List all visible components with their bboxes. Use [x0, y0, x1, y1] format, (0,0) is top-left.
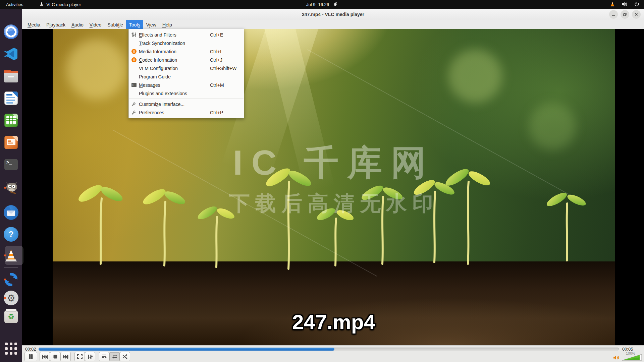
menu-item-program-guide[interactable]: Program Guide — [129, 72, 244, 81]
seek-bar[interactable] — [39, 348, 619, 351]
menu-item-plugins-and-extensions[interactable]: Plugins and extensions — [129, 89, 244, 98]
menu-playback[interactable]: Playback — [43, 20, 68, 29]
watermark-logo: IC 千库网 — [53, 140, 615, 187]
playlist-button[interactable] — [99, 352, 109, 361]
volume-status-icon[interactable] — [622, 2, 628, 8]
menu-item-customize-interface[interactable]: Customize Interface... — [129, 100, 244, 108]
extended-settings-button[interactable] — [85, 352, 95, 361]
menu-tools[interactable]: Tools — [126, 20, 143, 29]
menu-media[interactable]: Media — [24, 20, 43, 29]
vlc-tray-icon[interactable] — [610, 2, 615, 8]
video-area[interactable]: IC 千库网 下载后高清无水印 247.mp4 — [22, 29, 644, 345]
menu-audio[interactable]: Audio — [68, 20, 87, 29]
menu-item-vlm-configuration[interactable]: VLM Configuration Ctrl+Shift+W — [129, 64, 244, 72]
dock-gimp-icon[interactable] — [3, 180, 19, 196]
menu-help[interactable]: Help — [159, 20, 175, 29]
gnome-top-bar: Activities VLC media player Jul 9 16:26 — [0, 0, 644, 9]
app-grid-icon — [5, 343, 17, 355]
total-time: 00:05 — [622, 347, 633, 352]
pause-button[interactable] — [24, 352, 37, 361]
messages-icon: >_ — [131, 83, 137, 87]
volume-speaker-icon[interactable] — [613, 355, 620, 361]
next-button[interactable] — [60, 352, 71, 361]
fullscreen-button[interactable] — [74, 352, 85, 361]
clock-time[interactable]: 16:26 — [318, 2, 329, 7]
tools-dropdown-menu: Effects and Filters Ctrl+E Track Synchro… — [128, 29, 244, 118]
libreoffice-calc-icon — [4, 114, 18, 127]
gimp-icon — [4, 181, 18, 194]
shuffle-button[interactable] — [120, 352, 130, 361]
dock-help-icon[interactable]: ? — [3, 226, 19, 242]
dock-vscode-icon[interactable] — [3, 46, 19, 62]
wrench-icon — [129, 102, 139, 107]
libreoffice-writer-icon — [4, 92, 18, 105]
dock-settings-icon[interactable]: ⚙ — [3, 290, 19, 306]
dock-writer-icon[interactable] — [3, 90, 19, 106]
seek-fill — [39, 348, 334, 351]
watermark-subtitle: 下载后高清无水印 — [53, 189, 615, 218]
power-icon[interactable] — [634, 2, 639, 8]
close-icon[interactable] — [632, 10, 641, 19]
trash-icon: ♻ — [4, 310, 18, 323]
clock-date[interactable]: Jul 9 — [306, 2, 315, 7]
info-icon — [131, 57, 137, 62]
restore-button[interactable] — [621, 10, 629, 19]
focused-app-label: VLC media player — [46, 2, 81, 7]
volume-slider[interactable] — [622, 354, 642, 362]
dock-calc-icon[interactable] — [3, 112, 19, 128]
menu-item-effects-and-filters[interactable]: Effects and Filters Ctrl+E — [129, 31, 244, 39]
dock-vlc-icon[interactable] — [3, 247, 19, 263]
activities-button[interactable]: Activities — [0, 0, 29, 9]
elapsed-time: 00:02 — [25, 347, 36, 352]
menu-video[interactable]: Video — [87, 20, 105, 29]
dock-chromium-icon[interactable] — [3, 24, 19, 40]
loop-button[interactable] — [109, 352, 120, 361]
menu-item-track-synchronization[interactable]: Track Synchronization — [129, 39, 244, 47]
thunderbird-icon — [4, 205, 18, 220]
menu-item-media-information[interactable]: Media Information Ctrl+I — [129, 47, 244, 56]
vlc-icon — [4, 248, 18, 263]
dock-files-icon[interactable] — [3, 68, 19, 84]
help-icon: ? — [4, 227, 18, 242]
dock-app-grid-button[interactable] — [3, 341, 19, 357]
minimize-button[interactable] — [609, 10, 618, 19]
control-bar: 00:02 00:05 — [22, 345, 644, 362]
ubuntu-dock: >_ ? — [0, 9, 22, 362]
dock-terminal-icon[interactable]: >_ — [3, 157, 19, 173]
dock-separator — [4, 267, 18, 267]
vscode-icon — [4, 47, 18, 61]
menu-item-messages[interactable]: >_ Messages Ctrl+M — [129, 81, 244, 89]
dock-updater-icon[interactable] — [3, 272, 19, 288]
previous-button[interactable] — [40, 352, 50, 361]
menu-view[interactable]: View — [143, 20, 159, 29]
vlc-cone-icon — [39, 2, 44, 7]
focused-app-indicator[interactable]: VLC media player — [39, 2, 81, 7]
window-titlebar[interactable]: 247.mp4 - VLC media player — [22, 9, 644, 20]
bell-slash-icon[interactable] — [333, 2, 338, 7]
dock-thunderbird-icon[interactable] — [3, 204, 19, 221]
chromium-icon — [4, 24, 18, 39]
wrench-icon — [129, 110, 139, 115]
menu-subtitle[interactable]: Subtitle — [104, 20, 126, 29]
menu-separator — [129, 99, 244, 99]
menu-item-preferences[interactable]: Preferences Ctrl+P — [129, 108, 244, 117]
files-icon — [4, 72, 18, 82]
info-icon — [131, 49, 137, 54]
window-title: 247.mp4 - VLC media player — [302, 12, 364, 17]
software-updater-icon — [4, 272, 18, 287]
dock-impress-icon[interactable] — [3, 134, 19, 150]
menu-item-codec-information[interactable]: Codec Information Ctrl+J — [129, 56, 244, 64]
vlc-window: 247.mp4 - VLC media player Media Playbac… — [22, 9, 644, 362]
menu-bar: Media Playback Audio Video Subtitle Tool… — [22, 20, 644, 29]
libreoffice-impress-icon — [4, 136, 18, 149]
settings-notification-dot — [4, 297, 6, 299]
dock-trash-icon[interactable]: ♻ — [3, 309, 19, 325]
filename-overlay: 247.mp4 — [53, 310, 615, 334]
equalizer-icon — [129, 33, 139, 37]
stop-button[interactable] — [50, 352, 60, 361]
terminal-icon: >_ — [4, 159, 18, 170]
